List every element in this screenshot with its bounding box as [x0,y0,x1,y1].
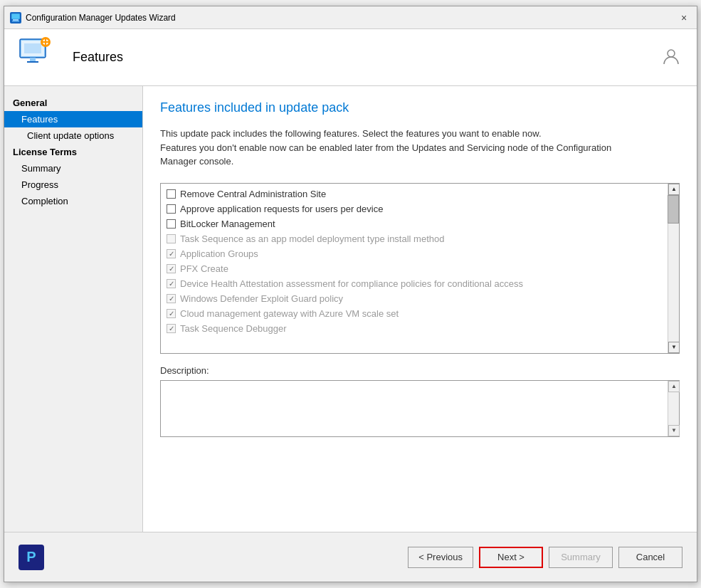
list-item[interactable]: Remove Central Administration Site [161,187,668,201]
list-item[interactable]: BitLocker Management [161,216,668,231]
description-label: Description: [160,365,680,376]
wizard-window: Configuration Manager Updates Wizard × F… [4,6,697,582]
svg-rect-0 [11,14,20,19]
intro-description: This update pack includes the following … [160,127,680,169]
list-item: Application Groups [161,246,668,261]
feature-checkbox-8 [167,309,176,318]
feature-checkbox-0[interactable] [167,189,176,199]
sidebar-item-completion[interactable]: Completion [4,193,142,209]
list-item: Cloud management gateway with Azure VM s… [161,306,668,321]
next-button[interactable]: Next > [479,547,543,568]
title-bar: Configuration Manager Updates Wizard × [4,6,697,29]
svg-rect-11 [43,41,48,43]
feature-checkbox-6 [167,279,176,288]
footer-buttons: < Previous Next > Summary Cancel [408,547,682,568]
scroll-thumb[interactable] [668,195,679,224]
scroll-arrow-down[interactable]: ▼ [668,342,680,353]
feature-checkbox-2[interactable] [167,219,176,229]
svg-rect-1 [13,19,19,21]
feature-checkbox-9 [167,324,176,333]
desc-scroll-arrow-down[interactable]: ▼ [668,425,680,436]
close-button[interactable]: × [677,11,691,25]
sidebar-item-progress[interactable]: Progress [4,177,142,193]
svg-point-12 [668,50,675,57]
desc-scroll-arrow-up[interactable]: ▲ [668,381,680,392]
feature-checkbox-5 [167,264,176,273]
page-title: Features included in update pack [160,100,680,115]
brand-logo: P [19,545,44,570]
svg-rect-6 [30,58,36,61]
list-item: Windows Defender Exploit Guard policy [161,291,668,306]
features-scrollbar[interactable]: ▲ ▼ [668,184,679,353]
desc-scroll-track [668,392,679,425]
description-scrollbar[interactable]: ▲ ▼ [668,381,679,436]
list-item: Task Sequence Debugger [161,321,668,336]
footer: P < Previous Next > Summary Cancel [4,532,697,582]
summary-button[interactable]: Summary [549,547,613,568]
list-item[interactable]: Approve application requests for users p… [161,201,668,216]
feature-checkbox-4 [167,249,176,258]
window-title: Configuration Manager Updates Wizard [26,13,677,23]
feature-checkbox-3 [167,234,176,243]
features-list: Remove Central Administration Site Appro… [161,184,679,339]
description-box: ▲ ▼ [160,380,680,437]
list-item: PFX Create [161,261,668,276]
sidebar-item-features[interactable]: Features [4,111,142,127]
svg-rect-2 [12,21,19,22]
user-icon [661,47,682,68]
feature-checkbox-7 [167,294,176,303]
sidebar: General Features Client update options L… [4,86,143,532]
previous-button[interactable]: < Previous [408,547,473,568]
cancel-button[interactable]: Cancel [618,547,682,568]
main-content: Features included in update pack This up… [143,86,697,532]
svg-rect-7 [27,61,38,63]
app-icon [10,12,21,23]
scroll-arrow-up[interactable]: ▲ [668,184,680,195]
list-item: Device Health Attestation assessment for… [161,276,668,291]
sidebar-group-general: General [4,95,142,111]
list-item: Task Sequence as an app model deployment… [161,231,668,246]
sidebar-item-summary[interactable]: Summary [4,160,142,177]
feature-checkbox-1[interactable] [167,204,176,214]
content-area: General Features Client update options L… [4,86,697,532]
header: Features [4,29,697,86]
header-title: Features [73,50,661,65]
header-icon [19,36,61,79]
sidebar-item-client-update[interactable]: Client update options [4,127,142,144]
sidebar-group-license: License Terms [4,144,142,160]
features-list-container: Remove Central Administration Site Appro… [160,183,680,354]
svg-rect-5 [24,43,41,53]
